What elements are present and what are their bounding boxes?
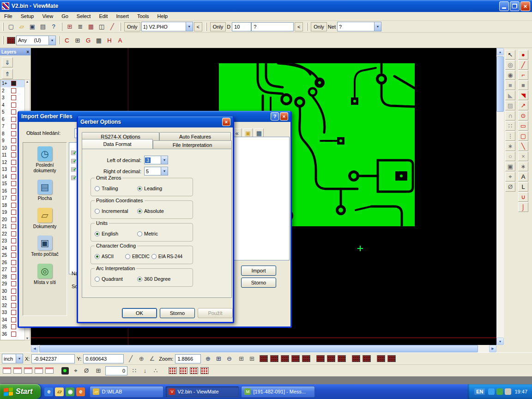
menu-item-file[interactable]: File xyxy=(0,12,17,20)
layer-row-36[interactable]: 36 xyxy=(0,331,24,338)
bridge-icon[interactable]: ∪ xyxy=(518,192,528,202)
gerber-icon[interactable]: G xyxy=(83,35,93,45)
dcode-select-icon[interactable]: ⊞ xyxy=(65,22,75,32)
highlight-ring-icon[interactable]: ◎ xyxy=(505,60,515,70)
probe-icon[interactable]: ⌖ xyxy=(505,172,515,181)
left-of-decimal-arrow-icon[interactable]: ▼ xyxy=(161,156,168,164)
taskbar-task-191-482-091-mess[interactable]: M[191-482-091] - Mess... xyxy=(241,386,315,398)
radio-quadrant[interactable]: Quadrant xyxy=(95,276,134,282)
only-layer-toggle[interactable]: Only xyxy=(124,22,140,31)
place-plocha[interactable]: ▤Plocha xyxy=(24,180,65,201)
aperture-filter-combo[interactable]: Any (U) ▼ xyxy=(16,36,56,45)
layers-panel-close-icon[interactable]: × xyxy=(26,49,29,54)
layers-panel-header[interactable]: Layers × xyxy=(0,48,30,55)
messenger-quicklaunch-icon[interactable]: ◉ xyxy=(66,387,74,396)
scroll-down-icon[interactable]: ▼ xyxy=(26,337,29,340)
star-icon[interactable]: ∗ xyxy=(518,162,528,171)
select-mode-3-icon[interactable] xyxy=(23,366,33,376)
filled-rect-icon[interactable]: ■ xyxy=(518,80,528,90)
dcode-filter-field[interactable]: ? xyxy=(251,22,294,31)
net-mode-1-icon[interactable] xyxy=(376,354,386,364)
print-icon[interactable]: ▤ xyxy=(38,22,48,32)
tab-data-format[interactable]: Data Format xyxy=(82,139,153,149)
snapshot-icon[interactable]: ▣ xyxy=(505,162,515,171)
tray-volume-icon[interactable] xyxy=(505,388,511,395)
draw-circle-icon[interactable]: ⊙ xyxy=(518,111,528,121)
layer-row-1[interactable]: 1+ xyxy=(0,80,24,87)
text-tool-icon[interactable]: A xyxy=(115,35,125,45)
zoom-in-icon[interactable]: ⊕ xyxy=(203,354,213,364)
language-indicator[interactable]: EN xyxy=(474,388,485,395)
draw-rect-icon[interactable]: ▭ xyxy=(518,121,528,131)
radio-absolute[interactable]: Absolute xyxy=(137,208,164,214)
net-mode-2-icon[interactable] xyxy=(387,354,397,364)
grid-toggle-icon[interactable]: ⊞ xyxy=(236,354,246,364)
scroll-right-icon[interactable]: ▶ xyxy=(489,345,496,352)
radio-trailing[interactable]: Trailing xyxy=(95,186,134,191)
radio-360-degree[interactable]: 360 Degree xyxy=(137,276,171,282)
gerber-cancel-button[interactable]: Storno xyxy=(160,308,195,318)
menu-item-help[interactable]: Help xyxy=(153,12,172,20)
zoom-window-icon[interactable]: ⊞ xyxy=(213,354,224,364)
only-net-toggle[interactable]: Only xyxy=(311,22,327,31)
menu-item-setup[interactable]: Setup xyxy=(17,12,38,20)
ok-button[interactable]: OK xyxy=(122,308,157,318)
draw-line-icon[interactable]: ╱ xyxy=(518,60,528,70)
text-icon[interactable]: A xyxy=(518,172,528,181)
horizontal-scrollbar[interactable]: ◀ ▶ xyxy=(31,345,496,352)
scroll-left-icon[interactable]: ◀ xyxy=(31,345,38,352)
radio-english[interactable]: English xyxy=(95,231,134,236)
layer-row-3[interactable]: 3 xyxy=(0,94,24,102)
arc-segment-icon[interactable]: ∩ xyxy=(505,111,515,121)
radio-incremental[interactable]: Incremental xyxy=(95,208,134,214)
layer-up-icon[interactable]: ⇑ xyxy=(2,69,13,79)
snap-point-icon[interactable]: ∴ xyxy=(151,366,161,376)
layer-status-light-icon[interactable] xyxy=(61,367,69,375)
apply-button[interactable]: Použít xyxy=(198,308,233,318)
pad-mode-1-icon[interactable] xyxy=(351,354,361,364)
ie-quicklaunch-icon[interactable]: e xyxy=(44,387,53,396)
display-mode-3-icon[interactable] xyxy=(280,354,290,364)
tray-network-icon[interactable] xyxy=(488,388,495,395)
dimension-icon[interactable]: L xyxy=(518,182,528,192)
dot-grid-icon[interactable]: ∷ xyxy=(129,366,139,376)
save-icon[interactable]: ▣ xyxy=(27,22,37,32)
hook-icon[interactable]: ⌡ xyxy=(518,202,528,212)
tab-auto-features[interactable]: Auto Features xyxy=(159,132,231,140)
prev-dcode-button[interactable]: < xyxy=(295,22,303,31)
menu-item-insert[interactable]: Insert xyxy=(112,12,133,20)
rounded-rect-icon[interactable]: ▢ xyxy=(518,131,528,141)
dcode-value-field[interactable]: 10 xyxy=(232,22,251,31)
scroll-up-icon[interactable]: ▲ xyxy=(26,80,29,83)
radio-leading[interactable]: Leading xyxy=(137,186,162,191)
start-button[interactable]: Start xyxy=(0,384,41,399)
display-mode-5-icon[interactable] xyxy=(301,354,311,364)
toolbar-grip[interactable] xyxy=(2,36,4,44)
layer-mode-2-icon[interactable] xyxy=(326,354,336,364)
scroll-up-icon[interactable]: ▲ xyxy=(496,48,504,55)
gerber-dialog-titlebar[interactable]: Gerber Options × xyxy=(78,116,233,127)
grid-settings-icon[interactable]: ⊞ xyxy=(93,366,103,376)
place-posledn-dokumenty[interactable]: ◷Poslední dokumenty xyxy=(24,146,65,173)
folder-quicklaunch-icon[interactable]: ▱ xyxy=(55,387,64,396)
new-file-icon[interactable]: ▢ xyxy=(6,22,16,32)
zoom-out-icon[interactable]: ⊖ xyxy=(224,354,234,364)
net-select-combo[interactable]: ? ▼ xyxy=(337,22,381,31)
select-cursor-icon[interactable]: ↖ xyxy=(505,50,515,60)
scroll-down-icon[interactable]: ▼ xyxy=(496,338,504,345)
pattern-3-icon[interactable] xyxy=(189,366,199,376)
toolbar-grip[interactable] xyxy=(206,23,207,31)
display-mode-4-icon[interactable] xyxy=(290,354,301,364)
display-mode-1-icon[interactable] xyxy=(259,354,269,364)
pads-pair-icon[interactable]: ∷ xyxy=(505,121,515,131)
taskbar-task-d-mlab[interactable]: ▱D:\MLAB xyxy=(90,386,163,398)
horizontal-scroll-thumb[interactable] xyxy=(39,345,478,352)
origin-icon[interactable]: ⊕ xyxy=(136,354,146,364)
import-cancel-button[interactable]: Storno xyxy=(241,278,276,288)
menu-item-view[interactable]: View xyxy=(38,12,57,20)
aperture-combo-arrow-icon[interactable]: ▼ xyxy=(48,36,55,45)
layer-row-2[interactable]: 2 xyxy=(0,87,24,95)
toolbar-grip[interactable] xyxy=(306,23,308,31)
pad-mode-2-icon[interactable] xyxy=(362,354,372,364)
pattern-1-icon[interactable] xyxy=(168,366,178,376)
